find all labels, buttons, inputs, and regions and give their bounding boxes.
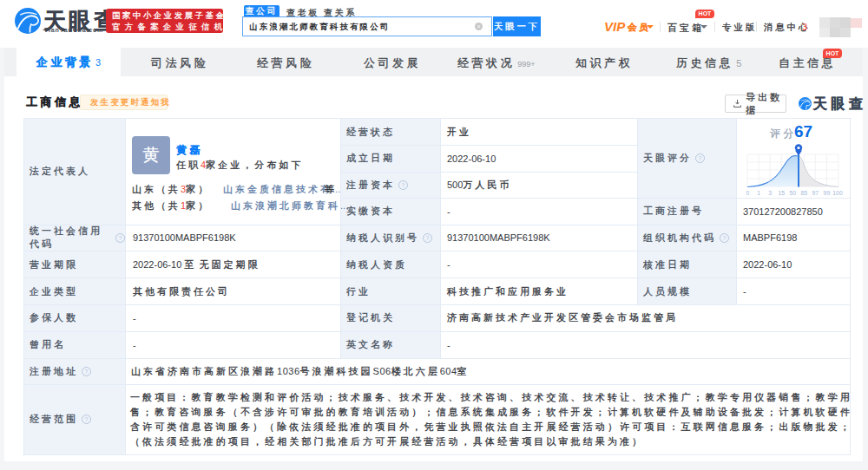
- svg-text:3: 3: [768, 190, 772, 196]
- svg-text:15: 15: [778, 190, 785, 196]
- svg-text:85: 85: [801, 190, 808, 196]
- svg-text:0: 0: [746, 190, 750, 196]
- svg-text:97: 97: [812, 190, 819, 196]
- svg-text:50: 50: [789, 190, 796, 196]
- svg-text:100: 100: [832, 190, 843, 196]
- svg-text:1: 1: [757, 190, 760, 196]
- svg-text:99: 99: [824, 190, 831, 196]
